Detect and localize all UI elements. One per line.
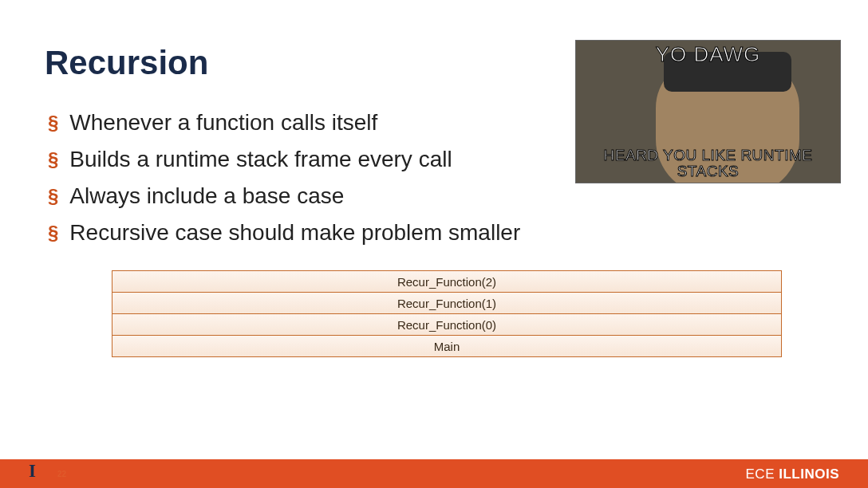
bullet-marker-icon: § [48, 144, 58, 175]
stack-diagram: Recur_Function(2) Recur_Function(1) Recu… [112, 271, 782, 357]
bullet-list: § Whenever a function calls itself § Bui… [48, 108, 520, 254]
stack-frame: Recur_Function(2) [112, 270, 782, 293]
bullet-marker-icon: § [48, 181, 58, 211]
bullet-marker-icon: § [48, 218, 58, 248]
stack-frame: Recur_Function(1) [112, 292, 782, 314]
bullet-text: Recursive case should make problem small… [69, 218, 520, 248]
meme-bottom-text: HEARD YOU LIKE RUNTIME STACKS [576, 148, 840, 179]
page-number: 22 [57, 470, 66, 478]
bullet-item: § Whenever a function calls itself [48, 108, 520, 138]
meme-top-text: YO DAWG [576, 42, 840, 67]
bullet-item: § Recursive case should make problem sma… [48, 218, 520, 248]
bullet-text: Always include a base case [69, 181, 344, 211]
bullet-item: § Builds a runtime stack frame every cal… [48, 144, 520, 175]
stack-frame: Main [112, 335, 782, 357]
meme-image: YO DAWG HEARD YOU LIKE RUNTIME STACKS [575, 40, 841, 183]
bullet-text: Builds a runtime stack frame every call [69, 144, 452, 175]
footer-logo-icon: I [29, 461, 36, 482]
footer-ece-text: ECE [746, 466, 779, 482]
bullet-marker-icon: § [48, 108, 58, 138]
stack-frame: Recur_Function(0) [112, 313, 782, 336]
bullet-text: Whenever a function calls itself [69, 108, 377, 138]
footer-illinois-text: ILLINOIS [779, 466, 839, 482]
footer-bar: ECE ILLINOIS [0, 459, 868, 488]
footer-branding: ECE ILLINOIS [746, 466, 839, 482]
slide-title: Recursion [45, 44, 208, 82]
bullet-item: § Always include a base case [48, 181, 520, 211]
